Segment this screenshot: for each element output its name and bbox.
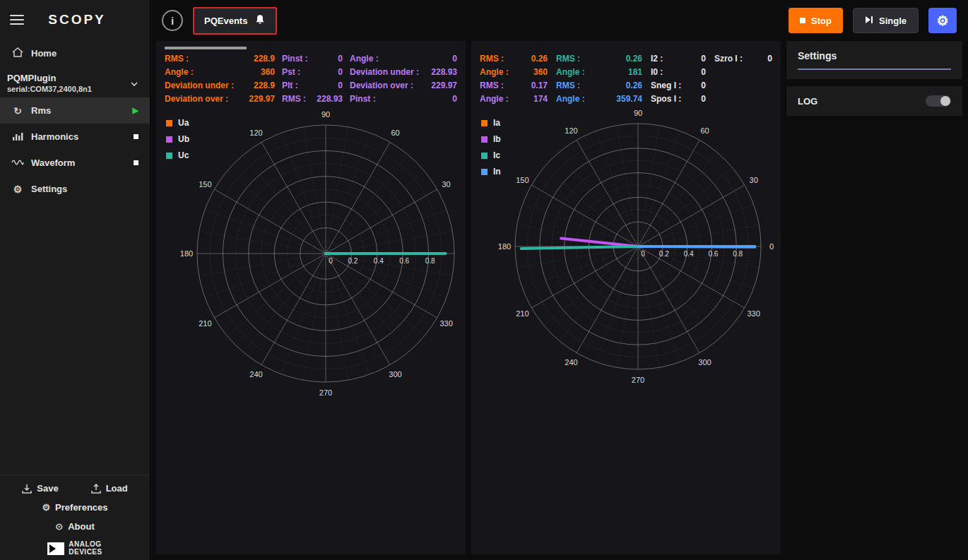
stat-label: Deviation under : xyxy=(350,67,419,77)
stat-rms: RMS :0.26 xyxy=(556,54,642,64)
stat-value: 360 xyxy=(261,67,275,77)
stopped-indicator-icon xyxy=(134,160,138,165)
stat-label: I2 : xyxy=(651,54,663,64)
plugin-serial: serial:COM37,2400,8n1 xyxy=(7,85,92,93)
stat-value: 229.97 xyxy=(431,81,457,90)
legend-swatch-icon xyxy=(166,136,172,143)
preferences-button[interactable]: ⚙ Preferences xyxy=(37,501,112,513)
voltage-polar-chart: 030609012015018021024027030033000.20.40.… xyxy=(169,108,461,403)
legend-item-uc[interactable]: Uc xyxy=(166,150,189,160)
stat-i0: I0 :0 xyxy=(651,67,706,77)
stat-value: 0.26 xyxy=(626,54,642,64)
stat-label: Angle : xyxy=(165,67,194,77)
sidebar-item-home[interactable]: Home xyxy=(0,40,150,66)
sidebar-item-settings[interactable]: ⚙ Settings xyxy=(0,176,150,202)
stat-szro-i: Szro I :0 xyxy=(714,54,772,64)
sidebar-item-waveform[interactable]: Waveform xyxy=(0,150,150,176)
stat-rms: RMS :0.26 xyxy=(480,54,548,64)
rms-icon: ↻ xyxy=(11,106,24,116)
sidebar-item-harmonics[interactable]: Harmonics xyxy=(0,124,150,150)
about-button[interactable]: ⊙ About xyxy=(51,520,98,532)
sidebar: SCOPY Home PQMPlugin serial:COM37,2400,8… xyxy=(0,0,150,560)
svg-text:0.6: 0.6 xyxy=(399,257,409,265)
bell-icon[interactable] xyxy=(254,14,266,28)
stat-label: Sneg I : xyxy=(651,81,681,90)
legend-item-ia[interactable]: Ia xyxy=(481,118,501,128)
svg-text:30: 30 xyxy=(442,180,450,189)
settings-gear-button[interactable]: ⚙ xyxy=(928,8,957,33)
sidebar-item-rms[interactable]: ↻ Rms ▶ xyxy=(0,97,150,124)
app-window: SCOPY Home PQMPlugin serial:COM37,2400,8… xyxy=(0,0,968,560)
analog-devices-logo: ANALOG DEVICES xyxy=(47,541,102,556)
info-button[interactable]: i xyxy=(162,10,183,31)
svg-text:330: 330 xyxy=(439,319,452,328)
legend-item-ic[interactable]: Ic xyxy=(481,150,501,160)
svg-text:0.6: 0.6 xyxy=(708,250,718,258)
sidebar-item-pqmplugin[interactable]: PQMPlugin serial:COM37,2400,8n1 xyxy=(0,66,150,97)
legend-label: Ic xyxy=(493,150,500,160)
legend-item-ub[interactable]: Ub xyxy=(166,134,189,144)
stat-i2: I2 :0 xyxy=(651,54,706,64)
legend-item-ib[interactable]: Ib xyxy=(481,134,501,144)
stat-value: 0 xyxy=(338,54,343,64)
stat-spos-i: Spos I :0 xyxy=(651,94,706,104)
svg-text:270: 270 xyxy=(319,388,332,397)
legend-label: Ib xyxy=(493,134,501,144)
brand-line1: ANALOG xyxy=(69,541,102,549)
load-button[interactable]: Load xyxy=(87,482,132,494)
save-label: Save xyxy=(37,483,58,494)
phasor-Ic xyxy=(521,246,638,249)
legend-item-ua[interactable]: Ua xyxy=(166,118,189,128)
svg-text:0: 0 xyxy=(769,242,774,251)
save-button[interactable]: Save xyxy=(18,482,62,494)
log-toggle[interactable] xyxy=(926,95,951,107)
stats-row: RMS :0.26RMS :0.26I2 :0Szro I :0 xyxy=(480,54,772,64)
analog-devices-mark-icon xyxy=(47,542,64,555)
gear-icon: ⚙ xyxy=(42,503,50,512)
chevron-down-icon[interactable] xyxy=(130,77,138,90)
stop-button[interactable]: Stop xyxy=(789,8,843,33)
stat-label: Deviation over : xyxy=(350,81,413,90)
voltage-legend: UaUbUc xyxy=(166,118,189,160)
stat-value: 0 xyxy=(701,54,706,64)
voltage-panel: RMS :228.9Pinst :0Angle :0Angle :360Pst … xyxy=(156,41,466,554)
sidebar-item-label: Rms xyxy=(31,105,51,116)
single-button[interactable]: Single xyxy=(853,8,919,33)
stat-rms: RMS :228.9 xyxy=(165,54,275,64)
stat-value: 0 xyxy=(338,67,343,77)
about-label: About xyxy=(68,521,95,532)
polar-chart-svg: 030609012015018021024027030033000.20.40.… xyxy=(169,108,461,400)
stop-icon xyxy=(800,18,805,23)
pqevents-tab[interactable]: PQEvents xyxy=(193,7,277,35)
svg-text:180: 180 xyxy=(180,249,193,258)
stat-pinst: Pinst :0 xyxy=(350,94,457,104)
acquisition-progress-bar xyxy=(165,47,247,49)
stat-value: 0 xyxy=(452,94,457,104)
settings-header-card: Settings xyxy=(786,41,962,79)
legend-swatch-icon xyxy=(481,120,488,126)
stat-value: 228.93 xyxy=(431,67,457,77)
gear-icon: ⚙ xyxy=(11,184,24,194)
svg-text:0.8: 0.8 xyxy=(733,250,743,258)
pqevents-label: PQEvents xyxy=(204,16,247,26)
svg-text:120: 120 xyxy=(565,126,577,135)
svg-text:240: 240 xyxy=(249,370,262,379)
svg-text:150: 150 xyxy=(516,176,529,184)
stat-label: Deviation over : xyxy=(165,94,228,104)
current-chart-area: IaIbIcIn 0306090120150180210240270300330… xyxy=(480,108,772,546)
svg-text:0.4: 0.4 xyxy=(684,250,694,258)
plugin-name: PQMPlugin xyxy=(7,73,92,83)
stat-rms: RMS :0.17 xyxy=(480,81,548,90)
sidebar-item-label: Harmonics xyxy=(31,131,78,142)
polar-chart-svg: 030609012015018021024027030033000.20.40.… xyxy=(484,108,777,393)
stats-row: RMS :228.9Pinst :0Angle :0 xyxy=(165,54,457,64)
sidebar-header: SCOPY xyxy=(0,0,150,40)
stat-value: 0 xyxy=(701,67,706,77)
current-panel: RMS :0.26RMS :0.26I2 :0Szro I :0Angle :3… xyxy=(471,41,781,554)
stat-label: I0 : xyxy=(651,67,663,77)
legend-item-in[interactable]: In xyxy=(481,167,501,177)
svg-text:0.2: 0.2 xyxy=(659,250,669,258)
hamburger-menu-icon[interactable] xyxy=(10,15,24,25)
settings-title: Settings xyxy=(798,50,951,61)
save-load-row: Save Load xyxy=(18,482,131,494)
